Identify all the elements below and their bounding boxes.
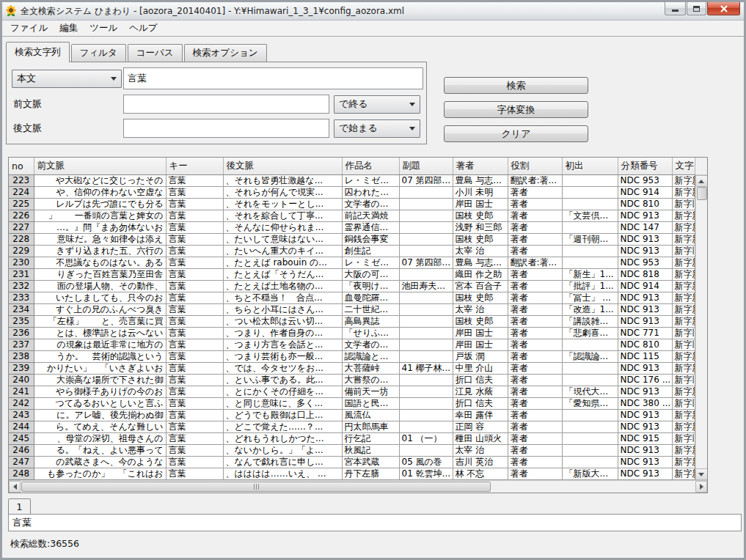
table-cell[interactable] — [399, 210, 453, 221]
table-cell[interactable]: 新字新 — [672, 268, 695, 280]
table-cell[interactable]: NDC 913 — [618, 386, 672, 397]
table-cell[interactable] — [399, 374, 453, 386]
table-cell[interactable]: 言葉 — [166, 421, 223, 432]
table-cell[interactable]: …。』問『まあ勿体ないお — [34, 221, 166, 233]
table-cell[interactable] — [562, 409, 618, 421]
table-cell[interactable]: 、どうでも殿御は口上... — [223, 409, 342, 421]
table-cell[interactable]: 池田寿夫... — [399, 280, 453, 292]
table-cell[interactable]: 国枝 史郎 — [453, 292, 508, 303]
table-cell[interactable]: 著者 — [508, 315, 562, 327]
table-row[interactable]: 236とは、標準語とは云へない言葉、つまり、作者自身の...「せりふ...岸田 … — [9, 327, 695, 339]
table-cell[interactable] — [399, 198, 453, 210]
row-number-cell[interactable]: 246 — [9, 444, 34, 456]
table-cell[interactable]: 言葉 — [166, 397, 223, 409]
table-cell[interactable]: 吉川 英治 — [453, 456, 508, 468]
table-cell[interactable]: 「悲劇喜... — [562, 327, 618, 339]
table-row[interactable]: 248も参ったのか」 「これはお言葉、はははは……いえ、 ...丹下左膳01 乾… — [9, 468, 695, 479]
table-cell[interactable]: 秋風記 — [342, 444, 399, 456]
table-row[interactable]: 244ら。てめえ、そんな難しい言葉、どこで覚えた……？...円太郎馬車正岡 容著… — [9, 421, 695, 432]
table-cell[interactable] — [562, 432, 618, 444]
row-number-cell[interactable]: 225 — [9, 198, 34, 210]
table-cell[interactable]: 」 一番頭の言葉と婢女の — [34, 210, 166, 221]
table-cell[interactable]: 宮本 百合子 — [453, 280, 508, 292]
table-cell[interactable]: 言葉 — [166, 374, 223, 386]
table-cell[interactable]: 意味だ。急々如律令は添え — [34, 233, 166, 245]
table-row[interactable]: 247の武蔵さまへ、今のような言葉、なんで戯れ言に申し...宮本武蔵05 風の巻… — [9, 456, 695, 468]
table-cell[interactable]: 言葉 — [166, 339, 223, 350]
table-cell[interactable]: や、信仰の伴わない空虚な — [34, 186, 166, 198]
column-header-role[interactable]: 役割 — [508, 158, 562, 174]
table-row[interactable]: 243に。アレ嘘、後先揃わぬ御言葉、どうでも殿御は口上...風流仏幸田 露伴著者… — [9, 409, 695, 421]
row-number-cell[interactable]: 238 — [9, 350, 34, 362]
row-number-cell[interactable]: 239 — [9, 362, 34, 374]
table-cell[interactable]: 、はははは……いえ、 ... — [223, 468, 342, 479]
row-number-cell[interactable]: 231 — [9, 268, 34, 280]
table-cell[interactable]: 、それをモットーとし... — [223, 198, 342, 210]
table-cell[interactable]: 「冨士」 ... — [562, 292, 618, 303]
clear-button[interactable]: クリア — [444, 125, 588, 142]
table-cell[interactable]: 太宰 治 — [453, 303, 508, 315]
table-cell[interactable]: 大嘗祭の... — [342, 374, 399, 386]
table-cell[interactable]: 「改造」1... — [562, 303, 618, 315]
table-cell[interactable]: 、ちらと小耳にはさん... — [223, 303, 342, 315]
table-cell[interactable]: 、それも皆勇壮激越な... — [223, 174, 342, 186]
table-cell[interactable]: 著者 — [508, 210, 562, 221]
table-cell[interactable]: NDC 913 — [618, 315, 672, 327]
table-cell[interactable]: とは、標準語とは云へない — [34, 327, 166, 339]
table-cell[interactable]: NDC 771 — [618, 327, 672, 339]
table-cell[interactable]: 著者 — [508, 198, 562, 210]
table-cell[interactable]: 、たいして意味はない... — [223, 233, 342, 245]
table-cell[interactable]: つてゐるおいとしいと言ふ — [34, 397, 166, 409]
table-cell[interactable]: いたしましても、只今のお — [34, 292, 166, 303]
table-cell[interactable]: 「愛知県... — [562, 397, 618, 409]
table-cell[interactable]: 新字旧 — [672, 397, 695, 409]
row-number-cell[interactable]: 244 — [9, 421, 34, 432]
table-cell[interactable]: 新字新 — [672, 444, 695, 456]
table-cell[interactable]: 新字旧 — [672, 374, 695, 386]
table-cell[interactable] — [399, 186, 453, 198]
table-cell[interactable]: 新字新 — [672, 303, 695, 315]
table-cell[interactable]: 新字新 — [672, 210, 695, 221]
table-cell[interactable]: 言葉 — [166, 362, 223, 374]
table-cell[interactable]: 、なんで戯れ言に申し... — [223, 456, 342, 468]
table-cell[interactable]: 高島異誌 — [342, 315, 399, 327]
row-number-cell[interactable]: 236 — [9, 327, 34, 339]
table-cell[interactable]: 浅野 和三郎 — [453, 221, 508, 233]
table-cell[interactable]: 新字新 — [672, 468, 695, 479]
row-number-cell[interactable]: 237 — [9, 339, 34, 350]
table-cell[interactable]: 07 第四部... — [399, 174, 453, 186]
table-cell[interactable]: 二十世紀... — [342, 303, 399, 315]
column-header-subtitle[interactable]: 副題 — [399, 158, 453, 174]
table-cell[interactable]: 岸田 国士 — [453, 339, 508, 350]
table-cell[interactable]: 江見 水蔭 — [453, 386, 508, 397]
prev-context-input[interactable] — [123, 95, 329, 114]
next-context-input[interactable] — [123, 119, 329, 138]
row-number-cell[interactable]: 230 — [9, 257, 34, 268]
menu-item-help[interactable]: ヘルプ — [123, 21, 163, 36]
table-cell[interactable]: 「現代大... — [562, 386, 618, 397]
table-cell[interactable]: の武蔵さまへ、今のような — [34, 456, 166, 468]
horizontal-scrollbar[interactable] — [9, 480, 707, 493]
table-cell[interactable]: 著者 — [508, 245, 562, 257]
table-cell[interactable]: 前記天満焼 — [342, 210, 399, 221]
table-cell[interactable]: 銅銭会事変 — [342, 233, 399, 245]
table-cell[interactable]: 新字新 — [672, 221, 695, 233]
tab-corpus[interactable]: コーパス — [128, 44, 183, 62]
table-cell[interactable]: NDC 115 — [618, 350, 672, 362]
row-number-cell[interactable]: 242 — [9, 397, 34, 409]
table-cell[interactable]: NDC 914 — [618, 280, 672, 292]
row-number-cell[interactable]: 227 — [9, 221, 34, 233]
table-cell[interactable]: 新字新 — [672, 421, 695, 432]
table-cell[interactable]: 言葉 — [166, 292, 223, 303]
horizontal-scroll-thumb[interactable] — [21, 482, 491, 492]
table-cell[interactable]: 新字新 — [672, 257, 695, 268]
table-cell[interactable]: 著者 — [508, 362, 562, 374]
table-row[interactable]: 231りぎった百姓言葉乃至田舎言葉、たとえば「そうだん...大阪の可...織田 … — [9, 268, 695, 280]
table-cell[interactable]: 文学者の... — [342, 198, 399, 210]
table-cell[interactable]: 著者 — [508, 303, 562, 315]
search-query-input[interactable] — [123, 67, 423, 89]
table-cell[interactable]: 新字旧 — [672, 245, 695, 257]
search-button[interactable]: 検索 — [444, 77, 588, 94]
column-header-key[interactable]: キー — [166, 158, 223, 174]
table-cell[interactable]: 著者 — [508, 268, 562, 280]
